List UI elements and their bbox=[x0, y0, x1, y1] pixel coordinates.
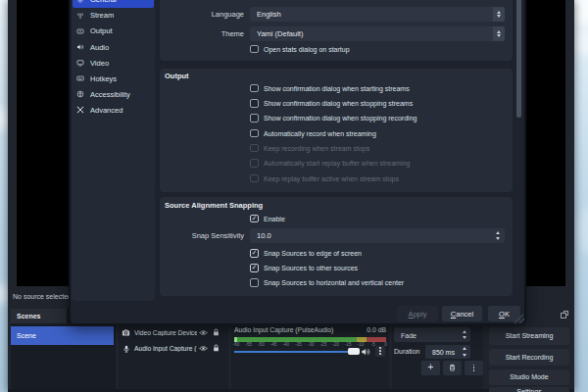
remove-transition-button[interactable] bbox=[443, 361, 462, 376]
sidebar-item-label: Output bbox=[90, 26, 113, 35]
source-name: Audio Input Capture ( bbox=[134, 345, 197, 352]
broadcast-icon bbox=[76, 27, 84, 35]
theme-label: Theme bbox=[160, 29, 244, 38]
checkbox-label: Enable bbox=[264, 215, 285, 223]
checkbox[interactable] bbox=[250, 84, 259, 93]
transition-select[interactable]: Fade bbox=[394, 327, 470, 342]
meter-peak bbox=[234, 337, 237, 342]
chevron-up-icon[interactable] bbox=[496, 231, 500, 234]
checkbox[interactable] bbox=[250, 99, 259, 108]
display-icon bbox=[76, 59, 84, 67]
accessibility-icon bbox=[76, 90, 84, 98]
mixer-source-name: Audio Input Capture (PulseAudio) bbox=[234, 326, 333, 333]
sidebar-item-output[interactable]: Output bbox=[73, 24, 154, 39]
select-spinner[interactable] bbox=[493, 7, 505, 22]
speaker-icon[interactable] bbox=[361, 347, 370, 357]
scene-list-item[interactable]: Scene bbox=[11, 326, 114, 345]
sidebar-item-label: Accessibility bbox=[90, 90, 130, 99]
checkbox-label: Snap Sources to other sources bbox=[264, 264, 358, 272]
checkbox[interactable] bbox=[250, 129, 259, 138]
button-label: OK bbox=[499, 310, 510, 318]
language-value: English bbox=[257, 10, 281, 19]
checkbox-label: Show confirmation dialog when stopping s… bbox=[264, 99, 413, 108]
chevron-down-icon bbox=[463, 354, 466, 357]
plus-icon: + bbox=[428, 363, 434, 372]
sidebar-item-accessibility[interactable]: Accessibility bbox=[73, 87, 154, 103]
kebab-icon bbox=[379, 347, 381, 354]
button-label: Cancel bbox=[451, 310, 473, 318]
tools-icon bbox=[76, 106, 84, 114]
popout-icon[interactable] bbox=[561, 311, 569, 319]
transition-value: Fade bbox=[401, 331, 416, 338]
mixer-level-value: 0.0 dB bbox=[367, 326, 386, 333]
duration-value: 850 ms bbox=[432, 348, 455, 355]
button-label: Start Recording bbox=[506, 354, 554, 361]
start-streaming-button[interactable]: Start Streaming bbox=[489, 327, 569, 345]
duration-spinbox[interactable]: 850 ms bbox=[425, 345, 470, 360]
checkbox-label: Keep replay buffer active when stream st… bbox=[264, 174, 399, 183]
checkbox-label: Show confirmation dialog when starting s… bbox=[264, 84, 410, 93]
source-name: Video Capture Device bbox=[134, 329, 197, 336]
snap-sensitivity-label: Snap Sensitivity bbox=[160, 231, 244, 240]
source-row-audio[interactable]: Audio Input Capture ( bbox=[122, 341, 225, 356]
checkbox[interactable] bbox=[250, 264, 259, 272]
studio-mode-button[interactable]: Studio Mode bbox=[489, 369, 569, 385]
meter-yellow bbox=[357, 337, 367, 342]
checkbox-label: Snap Sources to edge of screen bbox=[264, 249, 362, 258]
sidebar-item-label: Video bbox=[90, 59, 109, 68]
sidebar-item-hotkeys[interactable]: Hotkeys bbox=[73, 72, 154, 87]
cancel-button[interactable]: Cancel bbox=[442, 306, 482, 321]
add-transition-button[interactable]: + bbox=[421, 361, 440, 376]
eye-icon[interactable] bbox=[199, 344, 208, 353]
dialog-scrollbar[interactable] bbox=[516, 0, 521, 118]
checkbox-label: Show confirmation dialog when stopping r… bbox=[264, 114, 416, 122]
sidebar-item-stream[interactable]: Stream bbox=[73, 8, 154, 24]
checkbox bbox=[250, 174, 259, 183]
trash-icon bbox=[448, 363, 457, 372]
sidebar-item-label: General bbox=[90, 0, 117, 4]
button-label: Start Streaming bbox=[506, 332, 554, 339]
checkbox[interactable] bbox=[250, 278, 259, 287]
eye-icon[interactable] bbox=[199, 328, 208, 337]
scene-item-label: Scene bbox=[17, 332, 36, 339]
volume-slider-handle[interactable] bbox=[348, 348, 360, 356]
resize-grip[interactable] bbox=[513, 313, 525, 324]
output-panel-title: Output bbox=[165, 72, 189, 80]
language-label: Language bbox=[160, 10, 244, 19]
scenes-dock-tab[interactable]: Scenes bbox=[11, 309, 67, 323]
checkbox[interactable] bbox=[250, 114, 259, 122]
theme-select[interactable]: Yami (Default) bbox=[250, 26, 505, 41]
meter-red bbox=[367, 337, 386, 342]
start-recording-button[interactable]: Start Recording bbox=[489, 349, 569, 366]
sidebar-item-video[interactable]: Video bbox=[73, 55, 154, 71]
source-row-video[interactable]: Video Capture Device bbox=[122, 325, 225, 340]
lock-icon[interactable] bbox=[212, 327, 220, 337]
sidebar-item-audio[interactable]: Audio bbox=[73, 39, 154, 55]
stats-checkbox[interactable] bbox=[250, 45, 259, 54]
volume-slider-track[interactable] bbox=[234, 351, 352, 354]
snap-sensitivity-input[interactable]: 10.0 bbox=[250, 228, 505, 243]
checkbox bbox=[250, 144, 259, 153]
chevron-up-icon bbox=[463, 330, 466, 333]
microphone-icon bbox=[122, 344, 130, 354]
enable-checkbox[interactable] bbox=[250, 215, 259, 223]
button-label: Studio Mode bbox=[510, 373, 548, 380]
select-spinner[interactable] bbox=[493, 26, 505, 41]
language-select[interactable]: English bbox=[250, 7, 505, 22]
settings-button[interactable]: Settings bbox=[489, 387, 569, 392]
checkbox[interactable] bbox=[250, 249, 259, 258]
mixer-menu-button[interactable] bbox=[375, 346, 385, 357]
chevron-up-icon bbox=[463, 347, 466, 350]
sidebar-item-general[interactable]: General bbox=[73, 0, 154, 8]
transition-properties-button[interactable] bbox=[465, 361, 483, 376]
snapping-panel-title: Source Alignment Snapping bbox=[165, 201, 263, 210]
checkbox-label: Snap Sources to horizontal and vertical … bbox=[264, 278, 404, 287]
button-label: Settings bbox=[516, 388, 541, 392]
sidebar-item-advanced[interactable]: Advanced bbox=[73, 103, 154, 119]
sidebar-item-label: Hotkeys bbox=[90, 74, 117, 83]
chevron-down-icon[interactable] bbox=[496, 237, 500, 240]
chevron-down-icon bbox=[463, 336, 466, 339]
lock-icon[interactable] bbox=[212, 343, 220, 353]
apply-button[interactable]: Apply bbox=[397, 306, 438, 321]
speaker-icon bbox=[76, 43, 84, 51]
